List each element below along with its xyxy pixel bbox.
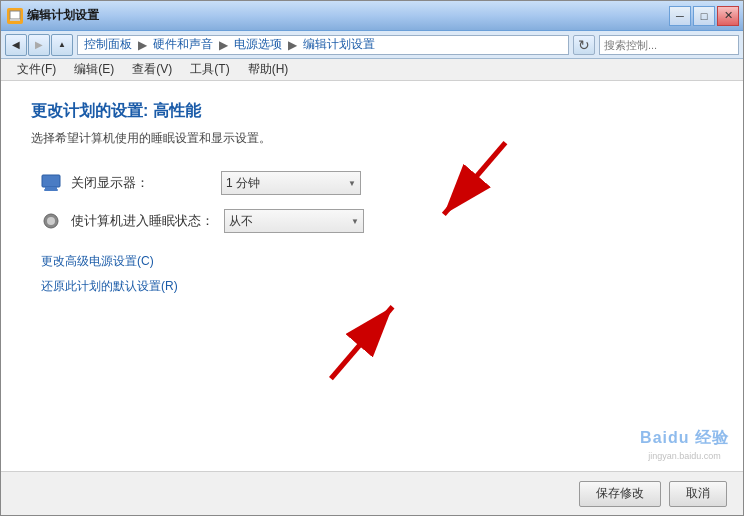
search-input[interactable] (604, 39, 742, 51)
monitor-dropdown-value: 1 分钟 (226, 175, 260, 192)
advanced-settings-link[interactable]: 更改高级电源设置(C) (41, 253, 713, 270)
menu-tools[interactable]: 工具(T) (182, 59, 237, 80)
title-bar: 编辑计划设置 ─ □ ✕ (1, 1, 743, 31)
sleep-icon-container (41, 211, 61, 231)
window-title: 编辑计划设置 (27, 7, 99, 24)
maximize-button[interactable]: □ (693, 6, 715, 26)
menu-bar: 文件(F) 编辑(E) 查看(V) 工具(T) 帮助(H) (1, 59, 743, 81)
cancel-button[interactable]: 取消 (669, 481, 727, 507)
title-controls: ─ □ ✕ (669, 6, 739, 26)
menu-edit[interactable]: 编辑(E) (66, 59, 122, 80)
title-bar-left: 编辑计划设置 (7, 7, 669, 24)
menu-view[interactable]: 查看(V) (124, 59, 180, 80)
sleep-icon (41, 212, 61, 230)
path-item-3[interactable]: 电源选项 (234, 36, 282, 53)
forward-button[interactable]: ▶ (28, 34, 50, 56)
close-button[interactable]: ✕ (717, 6, 739, 26)
path-item-4[interactable]: 编辑计划设置 (303, 36, 375, 53)
monitor-dropdown[interactable]: 1 分钟 ▼ (221, 171, 361, 195)
path-item-2[interactable]: 硬件和声音 (153, 36, 213, 53)
minimize-button[interactable]: ─ (669, 6, 691, 26)
menu-help[interactable]: 帮助(H) (240, 59, 297, 80)
setting-row-sleep: 使计算机进入睡眠状态： 从不 ▼ (41, 209, 713, 233)
bottom-bar: 保存修改 取消 (1, 471, 743, 515)
up-button[interactable]: ▲ (51, 34, 73, 56)
path-sep-2: ▶ (219, 38, 228, 52)
svg-rect-1 (10, 19, 20, 21)
path-sep-3: ▶ (288, 38, 297, 52)
window-icon (7, 8, 23, 24)
address-path: 控制面板 ▶ 硬件和声音 ▶ 电源选项 ▶ 编辑计划设置 (77, 35, 569, 55)
svg-rect-0 (10, 11, 20, 19)
sleep-dropdown-arrow: ▼ (351, 217, 359, 226)
svg-rect-2 (42, 175, 60, 187)
main-content: 更改计划的设置: 高性能 选择希望计算机使用的睡眠设置和显示设置。 关闭显示器：… (1, 81, 743, 471)
baidu-logo: Baidu 经验 (640, 428, 729, 449)
restore-defaults-link[interactable]: 还原此计划的默认设置(R) (41, 278, 713, 295)
path-sep-1: ▶ (138, 38, 147, 52)
nav-buttons: ◀ ▶ ▲ (5, 34, 73, 56)
back-button[interactable]: ◀ (5, 34, 27, 56)
setting-row-monitor: 关闭显示器： 1 分钟 ▼ (41, 171, 713, 195)
svg-point-6 (47, 217, 55, 225)
search-box: 🔍 (599, 35, 739, 55)
main-window: 编辑计划设置 ─ □ ✕ ◀ ▶ ▲ 控制面板 ▶ 硬件和声音 ▶ 电源选项 ▶… (0, 0, 744, 516)
sleep-dropdown-value: 从不 (229, 213, 253, 230)
sleep-dropdown[interactable]: 从不 ▼ (224, 209, 364, 233)
svg-rect-3 (45, 187, 57, 189)
page-title: 更改计划的设置: 高性能 (31, 101, 713, 122)
sleep-label: 使计算机进入睡眠状态： (71, 212, 214, 230)
save-button[interactable]: 保存修改 (579, 481, 661, 507)
settings-area: 关闭显示器： 1 分钟 ▼ 使计算机进入睡眠状态： 从不 ▼ (31, 171, 713, 233)
baidu-sub: jingyan.baidu.com (648, 451, 721, 461)
links-area: 更改高级电源设置(C) 还原此计划的默认设置(R) (31, 253, 713, 295)
baidu-watermark: Baidu 经验 jingyan.baidu.com (640, 428, 729, 461)
monitor-label: 关闭显示器： (71, 174, 211, 192)
menu-file[interactable]: 文件(F) (9, 59, 64, 80)
path-item-1[interactable]: 控制面板 (84, 36, 132, 53)
monitor-icon-container (41, 173, 61, 193)
monitor-dropdown-arrow: ▼ (348, 179, 356, 188)
page-subtitle: 选择希望计算机使用的睡眠设置和显示设置。 (31, 130, 713, 147)
svg-rect-4 (44, 189, 58, 191)
monitor-icon (41, 174, 61, 192)
refresh-button[interactable]: ↻ (573, 35, 595, 55)
address-bar: ◀ ▶ ▲ 控制面板 ▶ 硬件和声音 ▶ 电源选项 ▶ 编辑计划设置 ↻ 🔍 (1, 31, 743, 59)
